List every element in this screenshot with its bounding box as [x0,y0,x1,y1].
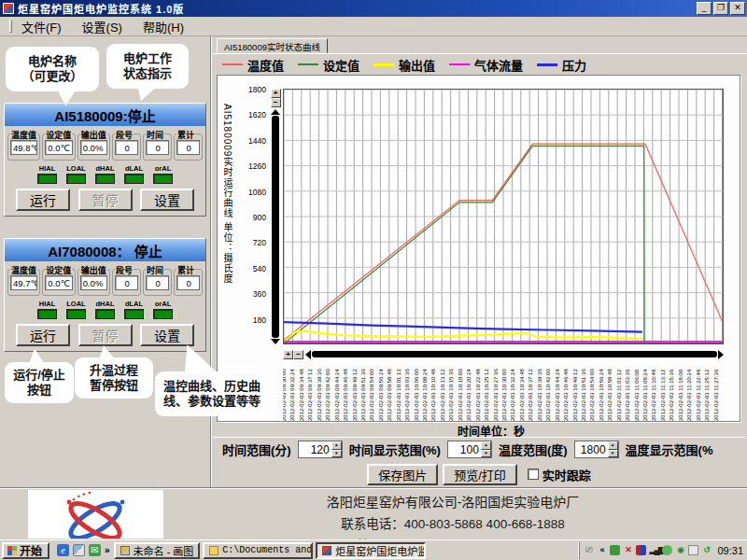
menu-settings[interactable]: 设置(S) [82,18,122,35]
ie-icon[interactable]: e [57,544,69,556]
pause-button[interactable]: 暂停 [78,324,133,346]
company-name: 洛阳炬星窑炉有限公司-洛阳国炬实验电炉厂 [177,492,728,511]
temp-range-spinner[interactable]: 1800 ▲▼ [574,441,619,458]
task-monitor-app[interactable]: 炬星窑炉国炬电炉监... [316,542,426,559]
shield-icon[interactable]: ◉ [675,545,685,555]
scheduler-icon[interactable] [688,545,698,555]
y-tick-label: 1260 [234,161,266,171]
x-tick-label: 2012-02-03 11:03:36 [625,370,631,421]
callout-status-indicator: 电炉工作 状态指示 [106,44,189,89]
spin-down-icon[interactable]: ▼ [608,450,618,458]
field-0: 温度值49.8℃ [7,133,40,161]
system-tray: ⎚ « ✕ ▂▄▆ ◉ ↺ 09:31 [579,542,747,559]
sync-icon[interactable]: ↺ [701,545,712,555]
x-tick-label: 2012-02-03 10:15:36 [448,369,455,421]
x-tick-label: 2012-02-03 10:39:36 [537,369,543,421]
h-zoom-out-button[interactable]: − [293,350,303,359]
x-tick-label: 2012-02-03 10:08:24 [422,369,429,421]
time-display-value[interactable]: 100 [448,441,481,457]
alarm-led-icon [37,309,57,319]
save-image-button[interactable]: 保存图片 [367,464,438,485]
legend-swatch-icon [374,63,394,66]
scroll-right-arrow[interactable] [718,350,724,359]
vertical-scrollbar[interactable]: + − [270,89,281,344]
menu-help[interactable]: 帮助(H) [143,18,184,35]
field-1: 设定值0.0℃ [42,269,75,296]
scroll-left-arrow[interactable] [305,350,311,359]
zoom-out-button[interactable]: − [271,98,281,107]
x-tick-label: 2012-02-03 11:25:12 [704,370,711,421]
run-button[interactable]: 运行 [16,324,70,346]
y-tick-label: 1080 [234,188,266,197]
task-explorer[interactable]: C:\Documents and Se... [203,542,313,559]
tab-strip-line [211,53,747,54]
run-button[interactable]: 运行 [16,189,70,211]
alarm-orAL: orAL [153,164,173,184]
quicklaunch-overflow-chevron[interactable]: » [105,545,110,555]
x-tick-label: 2012-02-03 09:44:24 [334,369,341,421]
scroll-down-arrow[interactable] [271,339,280,344]
spin-up-icon[interactable]: ▲ [608,441,618,450]
legend-item: 设定值 [298,56,359,74]
x-tick-label: 2012-02-03 09:51:36 [360,369,367,421]
furnace-title: AI7080008： 停止 [5,239,205,261]
x-tick-label: 2012-02-03 10:20:24 [466,369,472,421]
task-paint[interactable]: 未命名 - 画图 [114,542,201,559]
scroll-up-arrow[interactable] [271,109,280,115]
menu-file[interactable]: 文件(F) [21,18,62,35]
x-tick-label: 2012-02-03 10:37:12 [528,369,534,421]
scroll-track[interactable] [272,116,279,338]
field-value: 49.7℃ [10,275,37,290]
x-tick-label: 2012-02-03 09:37:12 [307,369,314,421]
time-display-spinner[interactable]: 100 ▲▼ [447,441,492,458]
windows-logo-icon [7,546,17,555]
taskbar: 开始 e ✉ » 未命名 - 画图 C:\Documents and Se...… [0,539,747,560]
antivirus-icon[interactable] [610,545,620,555]
x-tick-label: 2012-02-03 09:34:48 [299,369,305,421]
h-zoom-in-button[interactable]: + [283,350,293,359]
spin-down-icon[interactable]: ▼ [331,450,342,458]
x-tick-label: 2012-02-03 10:10:48 [430,369,437,421]
legend-label: 温度值 [247,56,284,74]
zoom-in-button[interactable]: + [271,89,281,98]
plot-area [283,89,724,344]
update-icon[interactable] [662,545,672,555]
alarm-HIAL: HIAL [37,300,57,319]
spin-up-icon[interactable]: ▲ [481,441,491,450]
x-tick-label: 2012-02-03 11:20:24 [686,370,693,421]
spin-up-icon[interactable]: ▲ [331,441,342,450]
signal-strength-icon[interactable]: ▂▄▆ [649,545,659,555]
x-tick-label: 2012-02-03 11:10:48 [651,370,657,421]
printer-icon[interactable]: ⎚ [584,545,594,555]
settings-button[interactable]: 设置 [140,324,194,346]
scroll-track[interactable] [312,351,717,357]
settings-button[interactable]: 设置 [140,189,194,211]
time-range-value[interactable]: 120 [299,441,331,457]
tab-realtime-curve[interactable]: AI5180009实时状态曲线 [217,38,328,53]
show-desktop-icon[interactable] [73,544,85,556]
y-tick-label: 900 [234,213,266,222]
y-tick-label: 360 [234,289,266,299]
minimize-button[interactable]: _ [697,2,712,15]
vertical-divider [210,36,212,487]
maximize-button[interactable]: ❐ [713,2,728,15]
volume-muted-icon[interactable]: ✕ [623,545,633,555]
display-settings-icon[interactable] [636,545,646,555]
furnace-fields: 温度值49.8℃设定值0.0℃输出值0.0%段号0时间0累计0 [7,129,203,161]
field-2: 输出值0.0% [78,269,110,296]
time-range-spinner[interactable]: 120 ▲▼ [298,441,343,458]
start-button[interactable]: 开始 [2,542,49,559]
preview-print-button[interactable]: 预览/打印 [443,464,517,485]
alarm-dHAL: dHAL [95,300,115,319]
horizontal-scrollbar[interactable]: + − [283,349,724,359]
close-button[interactable]: ✕ [730,2,745,15]
field-value: 0.0℃ [45,275,72,290]
messenger-icon[interactable]: ✉ [89,544,101,556]
pause-button[interactable]: 暂停 [78,189,133,211]
alarm-led-icon [37,174,57,184]
y-axis-label: AI5180009实时运行曲线 单位：摄氏度 [220,104,234,346]
collapse-chevron-icon[interactable]: « [597,545,607,555]
spin-down-icon[interactable]: ▼ [481,450,491,458]
realtime-track-checkbox[interactable] [528,469,539,480]
temp-range-value[interactable]: 1800 [575,441,608,457]
